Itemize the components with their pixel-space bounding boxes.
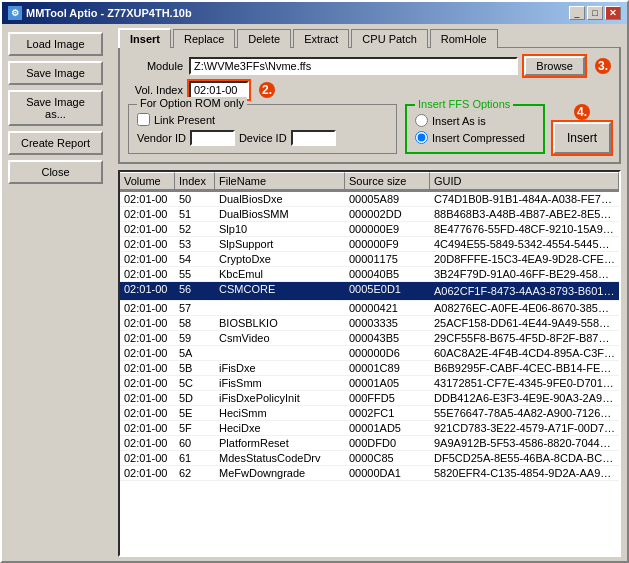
device-id-input[interactable] [291,130,336,146]
cell-guid: 9A9A912B-5F53-4586-8820-704485... [430,436,619,450]
table-row[interactable]: 02:01-0053SlpSupport000000F94C494E55-584… [120,237,619,252]
cell-source: 000FFD5 [345,391,430,405]
save-image-as-button[interactable]: Save Image as... [8,90,103,126]
cell-volume: 02:01-00 [120,282,175,300]
table-row[interactable]: 02:01-0050DualBiosDxe00005A89C74D1B0B-91… [120,192,619,207]
cell-index: 59 [175,331,215,345]
table-row[interactable]: 02:01-0055KbcEmul000040B53B24F79D-91A0-4… [120,267,619,282]
cell-volume: 02:01-00 [120,316,175,330]
cell-guid: 4C494E55-5849-5342-4554-5445522... [430,237,619,251]
maximize-button[interactable]: □ [587,6,603,20]
minimize-button[interactable]: _ [569,6,585,20]
title-bar: ⚙ MMTool Aptio - Z77XUP4TH.10b _ □ ✕ [2,2,627,24]
close-button[interactable]: Close [8,160,103,184]
link-present-checkbox[interactable] [137,113,150,126]
tab-replace[interactable]: Replace [173,29,235,48]
cell-source: 000002DD [345,207,430,221]
main-panel: Insert Replace Delete Extract CPU Patch … [112,24,627,561]
cell-guid: B6B9295F-CABF-4CEC-BB14-FE424F... [430,361,619,375]
col-volume[interactable]: Volume [120,172,175,191]
cell-guid: 25ACF158-DD61-4E44-9A49-55851E... [430,316,619,330]
tab-cpu-patch[interactable]: CPU Patch [351,29,427,48]
cell-guid: A062CF1F-8473-4AA3-8793-B601BC4...1. [430,282,619,300]
table-row[interactable]: 02:01-005EHeciSmm0002FC155E76647-78A5-4A… [120,406,619,421]
save-image-button[interactable]: Save Image [8,61,103,85]
insert-as-is-radio[interactable] [415,114,428,127]
cell-volume: 02:01-00 [120,237,175,251]
col-filename[interactable]: FileName [215,172,345,191]
cell-index: 5E [175,406,215,420]
cell-guid: 55E76647-78A5-4A82-A900-7126A5... [430,406,619,420]
close-window-button[interactable]: ✕ [605,6,621,20]
table-row[interactable]: 02:01-0051DualBiosSMM000002DD88B468B3-A4… [120,207,619,222]
cell-volume: 02:01-00 [120,252,175,266]
col-source[interactable]: Source size [345,172,430,191]
col-guid[interactable]: GUID [430,172,619,191]
module-input[interactable] [189,57,518,75]
module-label: Module [128,60,183,72]
cell-filename: DualBiosSMM [215,207,345,221]
tab-romhole[interactable]: RomHole [430,29,498,48]
cell-source: 0000C85 [345,451,430,465]
table-row[interactable]: 02:01-0054CryptoDxe0000117520D8FFFE-15C3… [120,252,619,267]
table-row[interactable]: 02:01-0058BIOSBLKIO0000333525ACF158-DD61… [120,316,619,331]
insert-button[interactable]: Insert [553,122,611,154]
table-row[interactable]: 02:01-0062MeFwDowngrade00000DA15820EFR4-… [120,466,619,481]
cell-guid: 88B468B3-A48B-4B87-ABE2-8E56DF... [430,207,619,221]
table-row[interactable]: 02:01-0052Slp10000000E98E477676-55FD-48C… [120,222,619,237]
cell-filename: Slp10 [215,222,345,236]
cell-index: 62 [175,466,215,480]
cell-guid: 921CD783-3E22-4579-A71F-00D741... [430,421,619,435]
tab-extract[interactable]: Extract [293,29,349,48]
insert-compressed-radio[interactable] [415,131,428,144]
cell-volume: 02:01-00 [120,361,175,375]
module-row: Module Browse 3. [128,56,611,76]
ffs-options-group: Insert FFS Options Insert As is Insert C… [405,104,545,154]
cell-source: 0002FC1 [345,406,430,420]
cell-guid: 5820EFR4-C135-4854-9D2A-AA9FF... [430,466,619,480]
table-row[interactable]: 02:01-005BiFisDxe00001C89B6B9295F-CABF-4… [120,361,619,376]
option-rom-group: For Option ROM only Link Present Vendor … [128,104,397,154]
cell-source: 000DFD0 [345,436,430,450]
cell-index: 5C [175,376,215,390]
table-row[interactable]: 02:01-005FHeciDxe00001AD5921CD783-3E22-4… [120,421,619,436]
load-image-button[interactable]: Load Image [8,32,103,56]
cell-guid: 43172851-CF7E-4345-9FE0-D7012B1... [430,376,619,390]
browse-button[interactable]: Browse [524,56,585,76]
cell-filename [215,346,345,360]
cell-index: 56 [175,282,215,300]
cell-index: 54 [175,252,215,266]
col-index[interactable]: Index [175,172,215,191]
cell-filename: KbcEmul [215,267,345,281]
table-row[interactable]: 02:01-0060PlatformReset000DFD09A9A912B-5… [120,436,619,451]
vendor-id-input[interactable] [190,130,235,146]
cell-filename: iFisDxePolicyInit [215,391,345,405]
table-row[interactable]: 02:01-0061MdesStatusCodeDrv0000C85DF5CD2… [120,451,619,466]
create-report-button[interactable]: Create Report [8,131,103,155]
table-row[interactable]: 02:01-0059CsmVideo000043B529CF55F8-B675-… [120,331,619,346]
table-body[interactable]: 02:01-0050DualBiosDxe00005A89C74D1B0B-91… [120,192,619,555]
cell-volume: 02:01-00 [120,267,175,281]
cell-filename [215,301,345,315]
tabs-row: Insert Replace Delete Extract CPU Patch … [118,28,621,48]
table-row[interactable]: 02:01-005700000421A08276EC-A0FE-4E06-867… [120,301,619,316]
cell-volume: 02:01-00 [120,436,175,450]
cell-volume: 02:01-00 [120,406,175,420]
table-row[interactable]: 02:01-005CiFisSmm00001A0543172851-CF7E-4… [120,376,619,391]
cell-index: 61 [175,451,215,465]
insert-btn-wrap: 4. Insert [553,104,611,154]
ffs-options-legend: Insert FFS Options [415,98,513,110]
window-title: MMTool Aptio - Z77XUP4TH.10b [26,7,192,19]
table-row[interactable]: 02:01-005A000000D660AC8A2E-4F4B-4CD4-895… [120,346,619,361]
tab-delete[interactable]: Delete [237,29,291,48]
main-window: ⚙ MMTool Aptio - Z77XUP4TH.10b _ □ ✕ Loa… [0,0,629,563]
cell-guid: 60AC8A2E-4F4B-4CD4-895A-C3F06E... [430,346,619,360]
cell-volume: 02:01-00 [120,421,175,435]
cell-source: 00001AD5 [345,421,430,435]
table-row[interactable]: 02:01-0056CSMCORE0005E0D1A062CF1F-8473-4… [120,282,619,301]
cell-index: 51 [175,207,215,221]
vol-index-label: Vol. Index [128,84,183,96]
table-row[interactable]: 02:01-005DiFisDxePolicyInit000FFD5DDB412… [120,391,619,406]
cell-index: 53 [175,237,215,251]
tab-insert[interactable]: Insert [118,28,171,48]
